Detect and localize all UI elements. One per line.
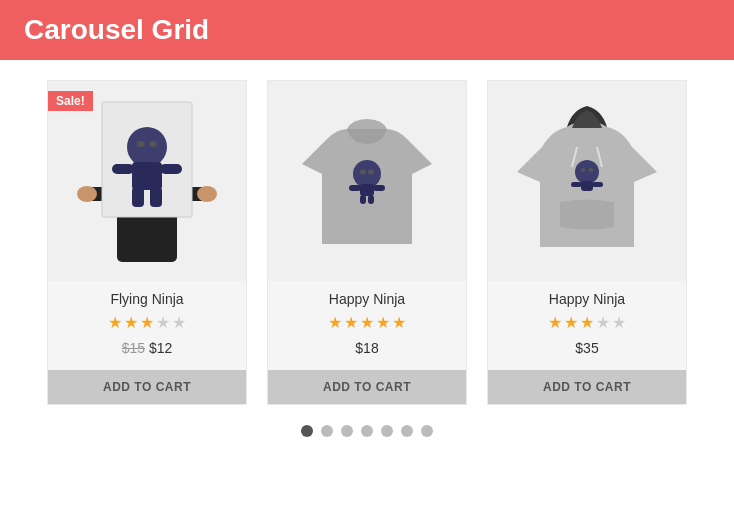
- svg-point-26: [581, 168, 586, 172]
- svg-rect-20: [373, 185, 385, 191]
- product-info: Happy Ninja ★★★★★ $18: [268, 281, 466, 366]
- product-card-happy-ninja-hoodie: Happy Ninja ★★★★★ $35 ADD TO CART: [487, 80, 687, 405]
- star-full-icon: ★: [328, 313, 342, 332]
- svg-rect-28: [581, 181, 593, 191]
- product-stars: ★★★★★: [278, 313, 456, 332]
- product-stars: ★★★★★: [58, 313, 236, 332]
- product-name: Happy Ninja: [498, 291, 676, 307]
- svg-point-16: [360, 170, 366, 175]
- carousel-dot-6[interactable]: [421, 425, 433, 437]
- svg-rect-29: [571, 182, 582, 187]
- star-empty-icon: ★: [596, 313, 610, 332]
- header: Carousel Grid: [0, 0, 734, 60]
- svg-rect-11: [112, 164, 134, 174]
- carousel-dot-0[interactable]: [301, 425, 313, 437]
- product-card-flying-ninja: Sale! Flying Ninja ★★★★★ $15$12: [47, 80, 247, 405]
- svg-rect-10: [132, 162, 162, 190]
- product-image-hoodie: [512, 92, 662, 271]
- product-price: $18: [355, 340, 378, 356]
- add-to-cart-button[interactable]: ADD TO CART: [488, 370, 686, 404]
- svg-point-17: [368, 170, 374, 175]
- star-full-icon: ★: [564, 313, 578, 332]
- product-name: Flying Ninja: [58, 291, 236, 307]
- svg-rect-13: [132, 187, 144, 207]
- star-empty-icon: ★: [156, 313, 170, 332]
- product-image-tshirt: [292, 99, 442, 263]
- star-full-icon: ★: [344, 313, 358, 332]
- product-image-wrapper: Sale!: [48, 81, 246, 281]
- svg-point-7: [127, 127, 167, 167]
- svg-point-9: [149, 141, 157, 147]
- svg-point-8: [137, 141, 145, 147]
- price-row: $18: [278, 340, 456, 356]
- svg-rect-30: [592, 182, 603, 187]
- svg-point-27: [589, 168, 594, 172]
- carousel-dot-1[interactable]: [321, 425, 333, 437]
- star-full-icon: ★: [360, 313, 374, 332]
- star-full-icon: ★: [548, 313, 562, 332]
- carousel-dot-3[interactable]: [361, 425, 373, 437]
- svg-point-4: [77, 186, 97, 202]
- svg-point-5: [197, 186, 217, 202]
- star-empty-icon: ★: [172, 313, 186, 332]
- svg-point-15: [353, 160, 381, 188]
- star-full-icon: ★: [580, 313, 594, 332]
- product-card-happy-ninja-shirt: Happy Ninja ★★★★★ $18 ADD TO CART: [267, 80, 467, 405]
- price-row: $15$12: [58, 340, 236, 356]
- product-grid: Sale! Flying Ninja ★★★★★ $15$12: [40, 80, 694, 405]
- sale-badge: Sale!: [48, 91, 93, 111]
- product-image-wrapper: [488, 81, 686, 281]
- svg-point-25: [575, 160, 599, 184]
- page-title: Carousel Grid: [24, 14, 710, 46]
- svg-rect-21: [360, 195, 366, 204]
- product-image-wrapper: [268, 81, 466, 281]
- product-stars: ★★★★★: [498, 313, 676, 332]
- star-full-icon: ★: [124, 313, 138, 332]
- original-price: $15: [122, 340, 145, 356]
- carousel-dot-2[interactable]: [341, 425, 353, 437]
- sale-price: $12: [149, 340, 172, 356]
- svg-rect-18: [360, 184, 374, 196]
- star-full-icon: ★: [108, 313, 122, 332]
- carousel-dots: [40, 425, 694, 437]
- product-price: $35: [575, 340, 598, 356]
- carousel-dot-5[interactable]: [401, 425, 413, 437]
- star-full-icon: ★: [376, 313, 390, 332]
- svg-rect-14: [150, 187, 162, 207]
- product-image-poster: [67, 82, 227, 281]
- product-name: Happy Ninja: [278, 291, 456, 307]
- product-info: Flying Ninja ★★★★★ $15$12: [48, 281, 246, 366]
- add-to-cart-button[interactable]: ADD TO CART: [268, 370, 466, 404]
- svg-rect-12: [160, 164, 182, 174]
- svg-rect-19: [349, 185, 361, 191]
- carousel-dot-4[interactable]: [381, 425, 393, 437]
- star-full-icon: ★: [392, 313, 406, 332]
- price-row: $35: [498, 340, 676, 356]
- star-full-icon: ★: [140, 313, 154, 332]
- product-info: Happy Ninja ★★★★★ $35: [488, 281, 686, 366]
- svg-rect-22: [368, 195, 374, 204]
- add-to-cart-button[interactable]: ADD TO CART: [48, 370, 246, 404]
- carousel-section: Sale! Flying Ninja ★★★★★ $15$12: [0, 60, 734, 467]
- star-empty-icon: ★: [612, 313, 626, 332]
